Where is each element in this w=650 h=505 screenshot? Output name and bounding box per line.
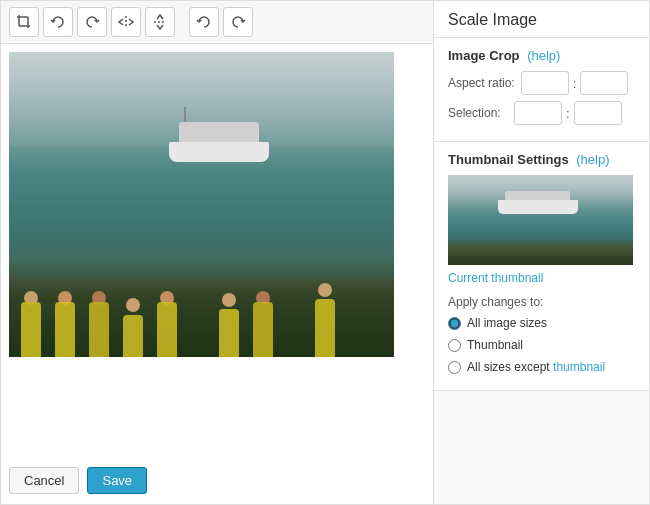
person-4 (118, 297, 148, 357)
flip-vertical-button[interactable] (145, 7, 175, 37)
selection-y-input[interactable] (574, 101, 622, 125)
radio-all-except: All sizes except thumbnail (448, 359, 635, 376)
selection-separator: : (566, 106, 570, 121)
redo-button[interactable] (223, 7, 253, 37)
image-crop-title: Image Crop (help) (448, 48, 635, 63)
apply-changes-title: Apply changes to: (448, 295, 635, 309)
radio-all-except-label[interactable]: All sizes except thumbnail (467, 359, 605, 376)
boat-hull (169, 142, 269, 162)
all-except-blue-label: thumbnail (553, 360, 605, 374)
aspect-ratio-label: Aspect ratio: (448, 76, 515, 90)
person-8 (310, 282, 340, 357)
current-thumbnail-label: Current thumbnail (448, 271, 635, 285)
aspect-ratio-x-input[interactable] (521, 71, 569, 95)
thumbnail-title: Thumbnail Settings (help) (448, 152, 635, 167)
rotate-right-button[interactable] (77, 7, 107, 37)
thumbnail-section: Thumbnail Settings (help) Current thumbn… (434, 142, 649, 391)
toolbar (1, 1, 433, 44)
radio-all-sizes-input[interactable] (448, 317, 461, 330)
aspect-ratio-separator: : (573, 76, 577, 91)
rotate-left-button[interactable] (43, 7, 73, 37)
right-panel: Scale Image Image Crop (help) Aspect rat… (434, 1, 649, 504)
thumbnail-preview (448, 175, 633, 265)
radio-thumbnail-input[interactable] (448, 339, 461, 352)
flip-horizontal-button[interactable] (111, 7, 141, 37)
person-6 (214, 292, 244, 357)
people-group (9, 272, 394, 357)
bottom-actions: Cancel Save (1, 457, 433, 504)
main-image[interactable] (9, 52, 394, 357)
person-5 (152, 287, 182, 357)
radio-all-except-input[interactable] (448, 361, 461, 374)
boat (159, 112, 279, 162)
person-7 (248, 287, 278, 357)
crop-button[interactable] (9, 7, 39, 37)
radio-thumbnail: Thumbnail (448, 337, 635, 354)
undo-button[interactable] (189, 7, 219, 37)
boat-flag (184, 107, 186, 122)
panel-title: Scale Image (448, 11, 635, 29)
radio-thumbnail-label[interactable]: Thumbnail (467, 337, 523, 354)
thumbnail-help-link[interactable]: (help) (576, 152, 609, 167)
aspect-ratio-row: Aspect ratio: : (448, 71, 635, 95)
person-1 (16, 287, 46, 357)
thumb-boat-hull (498, 200, 578, 214)
image-crop-section: Image Crop (help) Aspect ratio: : Select… (434, 38, 649, 142)
main-container: Cancel Save Scale Image Image Crop (help… (0, 0, 650, 505)
selection-row: Selection: : (448, 101, 635, 125)
apply-changes-section: Apply changes to: All image sizes Thumbn… (448, 295, 635, 375)
thumb-foreground (448, 237, 633, 265)
aspect-ratio-y-input[interactable] (580, 71, 628, 95)
image-area[interactable] (1, 44, 433, 457)
right-header: Scale Image (434, 1, 649, 38)
boat-cabin (179, 122, 259, 144)
cancel-button[interactable]: Cancel (9, 467, 79, 494)
selection-x-input[interactable] (514, 101, 562, 125)
left-panel: Cancel Save (1, 1, 434, 504)
image-crop-help-link[interactable]: (help) (527, 48, 560, 63)
person-2 (50, 287, 80, 357)
person-3 (84, 287, 114, 357)
radio-all-sizes-label[interactable]: All image sizes (467, 315, 547, 332)
radio-all-sizes: All image sizes (448, 315, 635, 332)
save-button[interactable]: Save (87, 467, 147, 494)
selection-label: Selection: (448, 106, 508, 120)
